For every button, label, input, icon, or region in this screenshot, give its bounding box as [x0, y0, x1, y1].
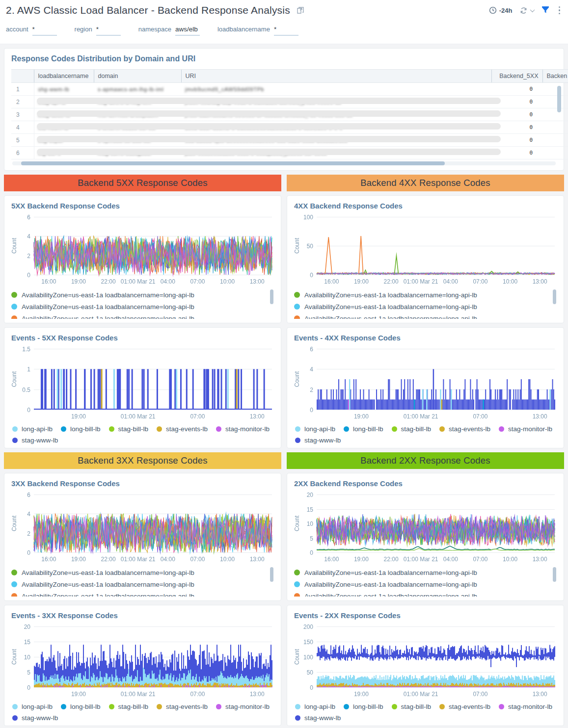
- filter-value-input[interactable]: *: [274, 26, 298, 36]
- column-header-domain[interactable]: domain: [94, 70, 181, 83]
- cell-backend-5xx: 0: [491, 108, 542, 121]
- legend-item[interactable]: AvailabilityZone=us-east-1a loadbalancer…: [11, 314, 274, 319]
- table-row[interactable]: 4sta-nssm-lbs-smsrm-ssdss-ssl-sslbsvb-bs…: [11, 121, 568, 134]
- refresh-control[interactable]: [519, 6, 534, 15]
- legend-item[interactable]: long-api-lb: [295, 703, 335, 710]
- legend-item[interactable]: stag-bill-lb: [392, 425, 432, 433]
- column-header-uri[interactable]: URI: [181, 70, 491, 83]
- row-number: 3: [11, 108, 34, 121]
- legend-item[interactable]: stag-monitor-lb: [499, 425, 552, 433]
- banner-label: Backend 4XX Response Codes: [360, 178, 490, 188]
- legend-item[interactable]: AvailabilityZone=us-east-1a loadbalancer…: [294, 302, 557, 311]
- legend-scrollbar[interactable]: [270, 567, 273, 582]
- refresh-icon: [519, 6, 528, 15]
- cell-uri: jmvb9ucmd9_cAWS9dd09TPb: [181, 83, 491, 96]
- legend-item[interactable]: AvailabilityZone=us-east-1a loadbalancer…: [294, 580, 557, 589]
- legend-item[interactable]: stag-events-lb: [157, 425, 208, 433]
- legend-item[interactable]: AvailabilityZone=us-east-1a loadbalancer…: [11, 568, 274, 577]
- filter-value-input[interactable]: aws/elb: [175, 26, 200, 36]
- table-row[interactable]: 5ssg-sspbls-spmsss-ss-bss-sslssd-bbssd-s…: [11, 134, 568, 147]
- chart-events-2xx[interactable]: [294, 622, 558, 699]
- legend-item[interactable]: stag-bill-lb: [109, 425, 149, 433]
- table-row[interactable]: 1shg-wwm-lbs-apmawcs-am-lhg-lb-imljmvb9u…: [11, 83, 568, 96]
- legend-item[interactable]: stag-www-lb: [12, 437, 58, 444]
- legend-label: stag-bill-lb: [401, 425, 432, 433]
- table-row[interactable]: 2stag-api-lbmig-aecrs-a-hcg-lcmjvbsv-cow…: [11, 96, 568, 108]
- chart-title: Events - 3XX Response Codes: [11, 611, 274, 620]
- filter-region[interactable]: region *: [75, 26, 121, 36]
- legend-item[interactable]: AvailabilityZone=us-east-1a loadbalancer…: [11, 580, 274, 589]
- time-range-control[interactable]: -24h: [489, 6, 513, 14]
- column-header-loadbalancername[interactable]: loadbalancername: [34, 70, 94, 83]
- legend-dot: [11, 315, 17, 319]
- legend-item[interactable]: long-api-lb: [12, 703, 53, 710]
- legend-item[interactable]: stag-www-lb: [295, 714, 341, 722]
- chart-events-4xx[interactable]: [294, 344, 558, 421]
- legend-label: AvailabilityZone=us-east-1a loadbalancer…: [304, 581, 477, 588]
- table-row[interactable]: 6stg-bsi-9msg-ssrrs-ssbsgsssrjsbs-99ss99…: [11, 147, 568, 159]
- legend-item[interactable]: stag-www-lb: [12, 714, 58, 722]
- legend-item[interactable]: stag-monitor-lb: [216, 425, 270, 433]
- legend-dot: [295, 426, 300, 432]
- legend-scrollbar[interactable]: [270, 289, 273, 304]
- legend-label: stag-events-lb: [449, 425, 490, 433]
- legend-scrollbar[interactable]: [553, 289, 556, 304]
- share-icon[interactable]: [296, 6, 305, 15]
- legend-item[interactable]: long-bill-lb: [344, 703, 383, 710]
- legend-item[interactable]: stag-bill-lb: [109, 703, 149, 710]
- legend-item[interactable]: stag-events-lb: [439, 425, 490, 433]
- filter-account[interactable]: account *: [6, 26, 57, 36]
- table-row[interactable]: 3stag-asds-lbmsi-aermss-ardsijsasmjmss-d…: [11, 108, 568, 121]
- legend-item[interactable]: AvailabilityZone=us-east-1a loadbalancer…: [294, 568, 557, 577]
- legend-label: stag-monitor-lb: [508, 703, 552, 710]
- chart-events-5xx[interactable]: [11, 344, 275, 421]
- legend-dot: [392, 704, 397, 709]
- column-header-backend-5xx[interactable]: Backend_5XX: [491, 70, 542, 83]
- scrollbar-thumb[interactable]: [21, 161, 445, 165]
- legend-item[interactable]: AvailabilityZone=us-east-1a loadbalancer…: [11, 302, 274, 311]
- chart-events-3xx[interactable]: [11, 622, 275, 699]
- legend-item[interactable]: stag-monitor-lb: [216, 703, 270, 710]
- cell-backend-5xx: 0: [491, 121, 542, 134]
- legend-item[interactable]: long-bill-lb: [61, 703, 101, 710]
- filter-namespace[interactable]: namespace aws/elb: [138, 26, 200, 36]
- legend-item[interactable]: AvailabilityZone=us-east-1a loadbalancer…: [11, 592, 274, 597]
- legend-item[interactable]: AvailabilityZone=us-east-1a loadbalancer…: [294, 290, 557, 299]
- chart-title: 5XX Backend Response Codes: [11, 202, 274, 210]
- page-title: 2. AWS Classic Load Balancer - Backend R…: [6, 4, 290, 16]
- filter-value-input[interactable]: *: [96, 26, 121, 36]
- filter-icon[interactable]: [541, 6, 550, 15]
- legend-item[interactable]: long-bill-lb: [61, 425, 101, 433]
- legend-item[interactable]: long-api-lb: [295, 425, 335, 433]
- legend-item[interactable]: AvailabilityZone=us-east-1a loadbalancer…: [11, 290, 274, 299]
- chart-5xx-backend[interactable]: [11, 212, 275, 286]
- filter-value-input[interactable]: *: [32, 26, 57, 36]
- legend-label: AvailabilityZone=us-east-1a loadbalancer…: [304, 569, 477, 576]
- filter-loadbalancername[interactable]: loadbalancername *: [217, 26, 298, 36]
- legend-item[interactable]: AvailabilityZone=us-east-1a loadbalancer…: [294, 592, 557, 597]
- legend-dot: [499, 704, 504, 709]
- cell-loadbalancername: ssg-sspbl: [34, 134, 94, 147]
- legend-dot: [157, 704, 162, 709]
- more-menu-icon[interactable]: [557, 5, 563, 16]
- table-horizontal-scrollbar[interactable]: [12, 161, 556, 165]
- row-number: 1: [11, 83, 34, 96]
- chart-2xx-backend[interactable]: [294, 490, 558, 564]
- legend-item[interactable]: stag-events-lb: [439, 703, 490, 710]
- legend-item[interactable]: AvailabilityZone=us-east-1a loadbalancer…: [294, 314, 557, 319]
- table-vertical-scrollbar[interactable]: [557, 86, 561, 112]
- chart-4xx-backend[interactable]: [294, 212, 558, 286]
- legend-item[interactable]: long-api-lb: [12, 425, 53, 433]
- legend-item[interactable]: stag-events-lb: [157, 703, 208, 710]
- legend-dot: [294, 570, 300, 575]
- legend-scrollbar[interactable]: [553, 567, 556, 582]
- legend-item[interactable]: stag-www-lb: [295, 437, 341, 444]
- legend-item[interactable]: stag-monitor-lb: [499, 703, 552, 710]
- legend-label: stag-events-lb: [166, 703, 208, 710]
- legend-item[interactable]: stag-bill-lb: [392, 703, 432, 710]
- chart-3xx-backend[interactable]: [11, 490, 275, 564]
- column-header-backend-4xx[interactable]: Backen: [542, 70, 568, 83]
- table-header-row: loadbalancername domain URI Backend_5XX …: [11, 70, 568, 83]
- banner-label: Backend 2XX Response Codes: [360, 455, 490, 466]
- legend-item[interactable]: long-bill-lb: [344, 425, 383, 433]
